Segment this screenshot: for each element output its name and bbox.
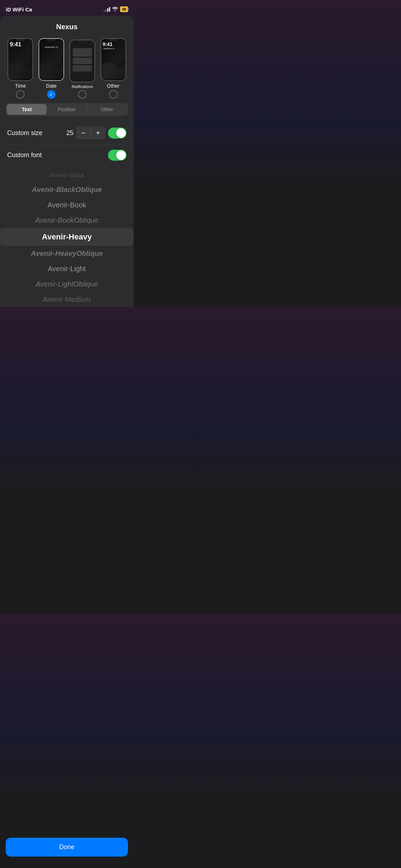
phone-screen-time: 9:41	[8, 39, 32, 80]
phone-screen-date: September 12	[39, 39, 63, 80]
segment-text[interactable]: Text	[7, 104, 47, 115]
phone-screen-notifications	[70, 40, 94, 82]
notif-card-3	[73, 65, 92, 72]
notifications-radio[interactable]	[78, 90, 87, 99]
carrier-text: iD WiFi Ca	[6, 6, 32, 12]
other-radio[interactable]	[109, 90, 118, 99]
phone-frame-date: September 12	[38, 38, 64, 81]
phone-notch-date	[47, 39, 56, 41]
phone-frame-notifications	[70, 40, 95, 82]
segment-other[interactable]: Other	[87, 104, 127, 115]
date-radio[interactable]: ✓	[47, 90, 56, 99]
font-item-book-oblique[interactable]: Avenir-BookOblique	[6, 213, 128, 228]
status-right: 38	[104, 6, 128, 12]
modal-sheet: Nexus 9:41 Time	[0, 16, 134, 307]
toggle-thumb-size	[116, 128, 126, 138]
custom-font-toggle[interactable]	[108, 150, 127, 161]
font-item-black-oblique[interactable]: Avenir-BlackOblique	[6, 182, 128, 197]
notif-card-1	[73, 48, 92, 57]
custom-font-row: Custom font	[6, 145, 128, 166]
phone-item-time[interactable]: 9:41 Time	[6, 38, 35, 99]
font-item-light[interactable]: Avenir-Light	[6, 261, 128, 277]
date-label: Date	[46, 83, 57, 89]
size-stepper: − +	[76, 126, 105, 139]
phone-notch-other	[109, 39, 118, 41]
custom-size-toggle[interactable]	[108, 128, 127, 139]
wifi-icon	[112, 6, 118, 12]
segment-control: Text Position Other	[6, 103, 128, 116]
custom-size-controls: 25 − +	[63, 126, 127, 139]
toggle-thumb-font	[116, 150, 126, 160]
font-item-black[interactable]: Avenir-Black	[6, 169, 128, 182]
phone-date-label: September 12	[39, 46, 63, 48]
font-item-heavy-oblique[interactable]: Avenir-HeavyOblique	[6, 246, 128, 261]
stepper-plus[interactable]: +	[91, 126, 105, 139]
font-item-book[interactable]: Avenir-Book	[6, 197, 128, 213]
phone-item-other[interactable]: 9:41 September 12 Other	[98, 38, 128, 99]
phone-frame-other: 9:41 September 12	[101, 38, 126, 81]
phone-frame-time: 9:41	[7, 38, 33, 81]
other-label: Other	[107, 83, 119, 89]
custom-font-label: Custom font	[7, 151, 42, 159]
phone-notch-time	[16, 39, 25, 41]
custom-size-row: Custom size 25 − +	[6, 122, 128, 144]
font-item-light-oblique[interactable]: Avenir-LightOblique	[6, 277, 128, 292]
stepper-minus[interactable]: −	[76, 126, 91, 139]
phone-item-date[interactable]: September 12 Date ✓	[37, 38, 66, 99]
phone-item-notifications[interactable]: Notifications	[68, 40, 97, 99]
page-title: Nexus	[6, 23, 128, 31]
phone-notch-notifications	[78, 40, 87, 42]
segment-position[interactable]: Position	[47, 104, 87, 115]
status-bar: iD WiFi Ca 38	[0, 0, 134, 16]
notification-cards	[72, 47, 93, 73]
phone-previews-row: 9:41 Time September 12 Dat	[6, 38, 128, 99]
time-label: Time	[15, 83, 26, 89]
signal-icon	[104, 7, 110, 12]
notifications-label: Notifications	[72, 84, 93, 89]
time-radio[interactable]	[16, 90, 25, 99]
check-icon: ✓	[49, 92, 53, 97]
notif-card-2	[73, 58, 92, 64]
font-list: Avenir-Black Avenir-BlackOblique Avenir-…	[6, 169, 128, 307]
battery-indicator: 38	[120, 6, 128, 12]
size-value: 25	[63, 129, 73, 137]
phone-screen-other: 9:41 September 12	[101, 39, 125, 80]
custom-size-label: Custom size	[7, 129, 42, 137]
font-item-heavy-selected[interactable]: Avenir-Heavy	[0, 228, 134, 246]
font-item-medium[interactable]: Avenir-Medium	[6, 292, 128, 307]
